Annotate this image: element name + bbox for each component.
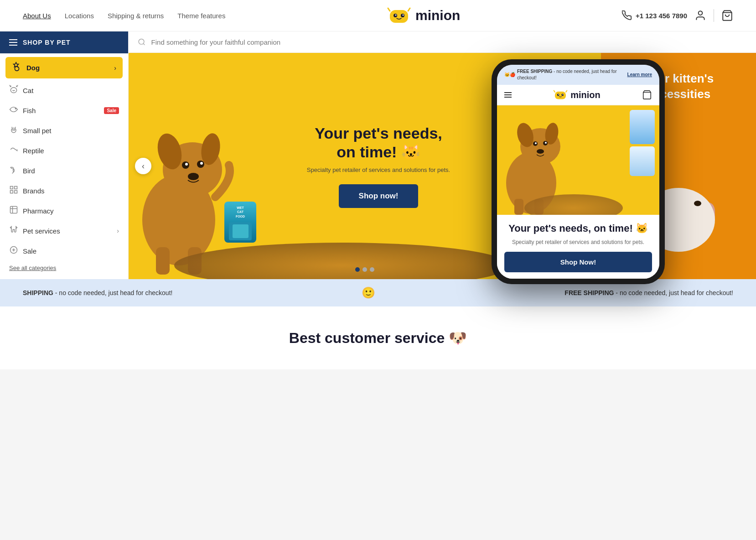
hero-dot-3[interactable] [370, 267, 374, 272]
sidebar-brands-label: Brands [23, 187, 45, 195]
phone-logo-icon [553, 89, 568, 100]
sidebar-item-fish[interactable]: Fish Sale [0, 100, 128, 120]
svg-point-45 [537, 149, 544, 154]
sidebar-sale-label: Sale [23, 247, 36, 255]
phone-packages [630, 110, 655, 176]
svg-rect-46 [514, 199, 523, 215]
sidebar-item-bird[interactable]: Bird [0, 161, 128, 181]
hero-content: Your pet's needs, on time! 🐱 Specialty p… [306, 124, 451, 208]
brands-icon [9, 185, 18, 196]
sidebar-bird-label: Bird [23, 167, 35, 175]
svg-rect-31 [555, 92, 566, 99]
sidebar-item-pet-services[interactable]: Pet services › [0, 221, 128, 241]
svg-point-12 [14, 130, 15, 130]
phone-hamburger[interactable] [504, 92, 512, 98]
sidebar-item-pharmacy[interactable]: Pharmacy [0, 201, 128, 221]
nav-about-us[interactable]: About Us [23, 12, 51, 20]
svg-point-28 [188, 173, 199, 180]
wet-cat-can: WETCATFOOD [224, 202, 256, 243]
sidebar-reptile-label: Reptile [23, 147, 44, 155]
phone-shipping-text: FREE SHIPPING - no code needed, just hea… [517, 68, 626, 81]
bird-icon [9, 165, 18, 176]
svg-point-34 [558, 94, 559, 95]
best-service-title: Best customer service 🐶 [14, 329, 742, 347]
hero-subtitle: Specialty pet retailer of services and s… [306, 166, 451, 173]
phone-hero-title: Your pet's needs, on time! 🐱 [504, 222, 652, 235]
phone-number: +1 123 456 7890 [636, 12, 687, 20]
search-input[interactable] [151, 38, 747, 46]
svg-point-26 [185, 163, 188, 166]
phone-learn-more[interactable]: Learn more [627, 72, 652, 78]
svg-point-43 [535, 142, 537, 144]
sidebar-small-pet-label: Small pet [23, 127, 52, 135]
phone-pkg-2 [630, 146, 655, 176]
search-icon [138, 38, 146, 46]
free-shipping-text: - no code needed, just head for checkout… [614, 289, 733, 296]
phone-shipping-emoji: 🐱🍎 [504, 72, 515, 78]
sidebar-item-reptile[interactable]: Reptile [0, 140, 128, 161]
phone-nav: minion [497, 85, 659, 105]
free-shipping-prefix: FREE SHIPPING [564, 289, 614, 296]
shipping-emoji: 🙂 [362, 286, 375, 299]
cat-icon [9, 85, 18, 96]
hero-dots [355, 267, 374, 272]
svg-rect-15 [10, 191, 13, 193]
sidebar-header: SHOP BY PET [0, 31, 128, 53]
sidebar-item-small-pet[interactable]: Small pet [0, 120, 128, 140]
phone-shop-now-button[interactable]: Shop Now! [504, 252, 652, 272]
phone-logo-text: minion [570, 90, 601, 100]
sidebar-item-brands[interactable]: Brands [0, 181, 128, 201]
hero-dot-1[interactable] [355, 267, 360, 272]
sidebar-fish-label: Fish [23, 107, 98, 114]
svg-point-9 [15, 109, 16, 109]
hamburger-icon[interactable] [9, 39, 17, 46]
svg-point-5 [699, 11, 703, 15]
sale-icon [9, 245, 18, 256]
pet-services-icon [9, 225, 18, 236]
logo-text: minion [415, 8, 460, 23]
phone-frame: 🐱🍎 FREE SHIPPING - no code needed, just … [492, 59, 665, 284]
reptile-icon [9, 145, 18, 156]
svg-point-8 [10, 88, 16, 93]
svg-point-35 [563, 94, 564, 95]
fish-sale-badge: Sale [104, 107, 119, 114]
phone-hero-section [497, 105, 659, 215]
nav-locations[interactable]: Locations [65, 12, 94, 20]
svg-point-7 [15, 67, 19, 71]
shipping-text-right: FREE SHIPPING - no code needed, just hea… [564, 289, 733, 296]
shop-now-button[interactable]: Shop now! [339, 184, 419, 208]
top-nav: About Us Locations Shipping & returns Th… [0, 0, 756, 31]
fish-icon [9, 105, 18, 116]
nav-shipping-returns[interactable]: Shipping & returns [108, 12, 164, 20]
sidebar-item-dog[interactable]: Dog › [5, 57, 123, 78]
nav-theme-features[interactable]: Theme features [177, 12, 225, 20]
svg-rect-0 [390, 10, 408, 23]
phone-pkg-1 [630, 110, 655, 144]
svg-point-10 [11, 128, 16, 133]
phone-hero-subtitle: Specialty pet retailer of services and s… [504, 239, 652, 245]
hero-prev-button[interactable]: ‹ [135, 158, 151, 174]
phone-logo-area: minion [553, 89, 601, 100]
svg-point-4 [403, 15, 404, 16]
sidebar-pet-services-label: Pet services [23, 227, 112, 235]
see-all-categories[interactable]: See all categories [0, 261, 128, 279]
user-icon[interactable] [694, 10, 706, 21]
phone-hero-below: Your pet's needs, on time! 🐱 Specialty p… [497, 215, 659, 279]
sidebar-item-cat[interactable]: Cat [0, 80, 128, 100]
sidebar-cat-label: Cat [23, 87, 119, 94]
search-area [129, 31, 756, 53]
dog-icon [12, 62, 22, 74]
cart-icon[interactable] [721, 10, 733, 21]
dog-arrow: › [114, 64, 116, 72]
sidebar-item-sale[interactable]: Sale [0, 241, 128, 261]
best-service-section: Best customer service 🐶 [0, 306, 756, 369]
phone-cart-icon[interactable] [642, 90, 652, 100]
svg-point-18 [139, 39, 144, 44]
pet-services-arrow: › [117, 227, 119, 234]
svg-point-44 [545, 142, 547, 144]
svg-rect-13 [10, 187, 13, 189]
hero-dot-2[interactable] [362, 267, 367, 272]
hero-title: Your pet's needs, on time! 🐱 [306, 124, 451, 161]
svg-line-19 [143, 43, 145, 45]
phone-screen: 🐱🍎 FREE SHIPPING - no code needed, just … [497, 65, 659, 279]
